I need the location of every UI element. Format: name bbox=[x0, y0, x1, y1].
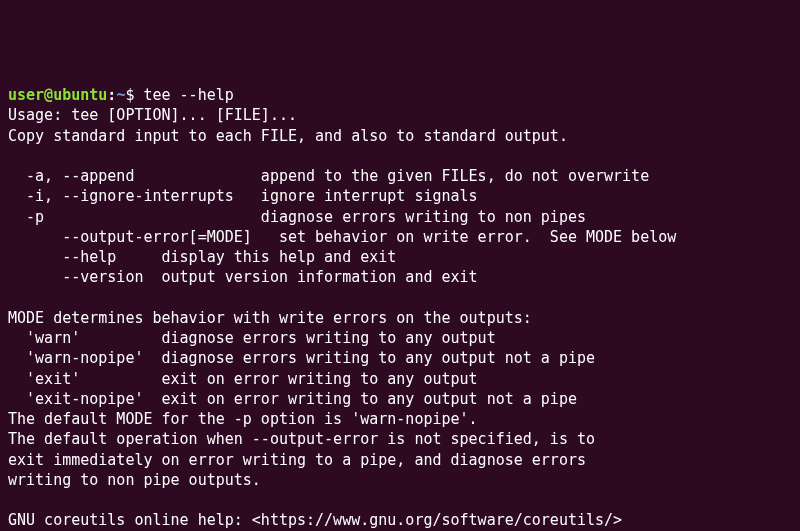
output-opt-help: --help display this help and exit bbox=[8, 248, 396, 266]
prompt-dollar: $ bbox=[125, 86, 143, 104]
output-mode-exit-nopipe: 'exit-nopipe' exit on error writing to a… bbox=[8, 390, 577, 408]
output-opt-ignore-interrupts: -i, --ignore-interrupts ignore interrupt… bbox=[8, 187, 478, 205]
output-mode-exit: 'exit' exit on error writing to any outp… bbox=[8, 370, 478, 388]
terminal-output[interactable]: user@ubuntu:~$ tee --help Usage: tee [OP… bbox=[8, 85, 792, 531]
command-text: tee --help bbox=[143, 86, 233, 104]
output-mode-header: MODE determines behavior with write erro… bbox=[8, 309, 532, 327]
prompt-user: user@ubuntu bbox=[8, 86, 107, 104]
output-mode-warn: 'warn' diagnose errors writing to any ou… bbox=[8, 329, 496, 347]
output-default-op: The default operation when --output-erro… bbox=[8, 430, 595, 448]
output-default-mode: The default MODE for the -p option is 'w… bbox=[8, 410, 478, 428]
output-opt-output-error: --output-error[=MODE] set behavior on wr… bbox=[8, 228, 676, 246]
output-opt-p: -p diagnose errors writing to non pipes bbox=[8, 208, 586, 226]
output-default-op: exit immediately on error writing to a p… bbox=[8, 451, 586, 469]
output-mode-warn-nopipe: 'warn-nopipe' diagnose errors writing to… bbox=[8, 349, 595, 367]
output-opt-version: --version output version information and… bbox=[8, 268, 478, 286]
output-opt-append: -a, --append append to the given FILEs, … bbox=[8, 167, 649, 185]
output-desc: Copy standard input to each FILE, and al… bbox=[8, 127, 568, 145]
output-help-url: GNU coreutils online help: <https://www.… bbox=[8, 511, 622, 529]
prompt-line: user@ubuntu:~$ tee --help bbox=[8, 86, 234, 104]
output-default-op: writing to non pipe outputs. bbox=[8, 471, 261, 489]
output-usage: Usage: tee [OPTION]... [FILE]... bbox=[8, 106, 297, 124]
